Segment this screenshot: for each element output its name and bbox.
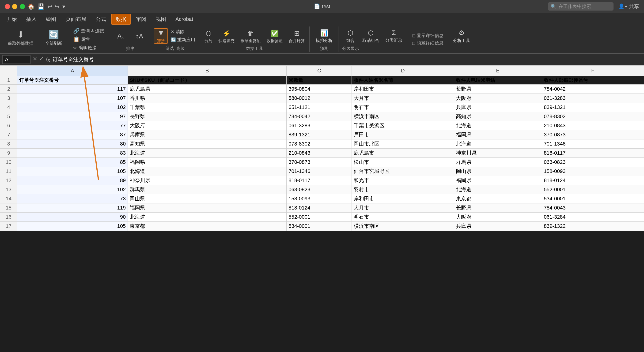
cell-10-C[interactable]: 370-0873 (286, 158, 352, 167)
redo-icon[interactable]: ↪ (55, 3, 60, 10)
cell-2-B[interactable]: 鹿児島県 (128, 85, 286, 94)
share-button[interactable]: 👤+ 共享 (618, 3, 639, 10)
cell-5-B[interactable]: 長野県 (128, 112, 286, 121)
clear-filter-button[interactable]: ✕ 清除 (169, 28, 196, 35)
cell-8-F[interactable]: 701-1346 (542, 139, 644, 149)
cell-4-D[interactable]: 明石市 (352, 103, 454, 112)
cell-10-B[interactable]: 福岡県 (128, 158, 286, 167)
cell-9-B[interactable]: 北海道 (128, 149, 286, 158)
split-column-button[interactable]: ⬡ 分列 (202, 28, 215, 45)
cell-12-D[interactable]: 和光市 (352, 176, 454, 185)
cell-12-A[interactable]: 89 (17, 176, 128, 185)
cell-4-B[interactable]: 千葉県 (128, 103, 286, 112)
cell-15-B[interactable]: 福岡県 (128, 203, 286, 213)
edit-links-button[interactable]: ✏ 编辑链接 (72, 44, 106, 51)
cell-2-C[interactable]: 395-0804 (286, 85, 352, 94)
cell-6-E[interactable]: 北海道 (454, 121, 542, 130)
col-header-b[interactable]: B (128, 66, 286, 76)
cell-9-C[interactable]: 210-0843 (286, 149, 352, 158)
cell-11-C[interactable]: 701-1346 (286, 167, 352, 176)
cell-8-C[interactable]: 078-8302 (286, 139, 352, 149)
cell-12-F[interactable]: 818-0124 (542, 176, 644, 185)
cell-12-E[interactable]: 福岡県 (454, 176, 542, 185)
cell-8-B[interactable]: 高知県 (128, 139, 286, 149)
col-header-f[interactable]: F (542, 66, 644, 76)
tab-formula[interactable]: 公式 (92, 14, 110, 24)
cell-16-E[interactable]: 大阪府 (454, 213, 542, 222)
formula-input[interactable]: 订单号※注文番号 (52, 56, 642, 63)
tab-data[interactable]: 数据 (111, 14, 131, 24)
cell-9-E[interactable]: 神奈川県 (454, 149, 542, 158)
cell-13-A[interactable]: 102 (17, 185, 128, 194)
tab-view[interactable]: 视图 (152, 14, 170, 24)
cell-4-A[interactable]: 102 (17, 103, 128, 112)
cell-12-B[interactable]: 神奈川県 (128, 176, 286, 185)
cell-11-A[interactable]: 105 (17, 167, 128, 176)
tab-start[interactable]: 开始 (2, 14, 21, 24)
save-icon[interactable]: 💾 (38, 3, 44, 10)
cancel-formula-icon[interactable]: ✕ (33, 56, 37, 63)
cell-3-A[interactable]: 107 (17, 94, 128, 103)
cell-5-C[interactable]: 784-0042 (286, 112, 352, 121)
refresh-button[interactable]: 🔄 全部刷新 (43, 27, 64, 48)
cell-13-C[interactable]: 063-0823 (286, 185, 352, 194)
cell-14-B[interactable]: 岡山県 (128, 194, 286, 203)
cell-2-F[interactable]: 784-0042 (542, 85, 644, 94)
cell-6-B[interactable]: 大阪府 (128, 121, 286, 130)
cell-4-C[interactable]: 651-1121 (286, 103, 352, 112)
tab-layout[interactable]: 页面布局 (62, 14, 90, 24)
cell-12-C[interactable]: 818-0117 (286, 176, 352, 185)
col-header-d[interactable]: D (352, 66, 454, 76)
cell-15-C[interactable]: 818-0124 (286, 203, 352, 213)
cell-2-E[interactable]: 长野県 (454, 85, 542, 94)
cell-10-E[interactable]: 群馬県 (454, 158, 542, 167)
search-box[interactable]: 🔍 在工作表中搜索 (548, 2, 614, 10)
cell-17-E[interactable]: 兵庫県 (454, 222, 542, 231)
header-a[interactable]: 订单号※注文番号 (17, 76, 128, 85)
cell-13-F[interactable]: 552-0001 (542, 185, 644, 194)
cell-13-B[interactable]: 群馬県 (128, 185, 286, 194)
cell-2-D[interactable]: 岸和田市 (352, 85, 454, 94)
cell-3-D[interactable]: 大月市 (352, 94, 454, 103)
cell-17-B[interactable]: 東京都 (128, 222, 286, 231)
cell-14-E[interactable]: 東京都 (454, 194, 542, 203)
ungroup-button[interactable]: ⬡ 取消组合 (360, 28, 382, 44)
cell-8-A[interactable]: 80 (17, 139, 128, 149)
cell-9-F[interactable]: 818-0117 (542, 149, 644, 158)
sort-button[interactable]: ↕A (131, 29, 148, 43)
header-d[interactable]: 收件人姓名※名前 (352, 76, 454, 85)
insert-function-icon[interactable]: fx (46, 56, 50, 63)
cell-11-B[interactable]: 北海道 (128, 167, 286, 176)
cell-17-C[interactable]: 534-0001 (286, 222, 352, 231)
group-button[interactable]: ⬡ 组合 (342, 28, 358, 44)
cell-13-D[interactable]: 羽村市 (352, 185, 454, 194)
cell-15-A[interactable]: 119 (17, 203, 128, 213)
cell-17-F[interactable]: 839-1322 (542, 222, 644, 231)
cell-11-E[interactable]: 岡山県 (454, 167, 542, 176)
data-validation-button[interactable]: ✅ 数据验证 (264, 28, 285, 45)
cell-9-A[interactable]: 83 (17, 149, 128, 158)
cell-15-F[interactable]: 784-0043 (542, 203, 644, 213)
cell-6-D[interactable]: 千葉市美浜区 (352, 121, 454, 130)
cell-4-E[interactable]: 兵庫県 (454, 103, 542, 112)
cell-4-F[interactable]: 839-1321 (542, 103, 644, 112)
cell-5-E[interactable]: 高知県 (454, 112, 542, 121)
header-e[interactable]: 收件人电话※电话 (454, 76, 542, 85)
cell-11-F[interactable]: 158-0093 (542, 167, 644, 176)
cell-3-B[interactable]: 香川県 (128, 94, 286, 103)
cell-6-F[interactable]: 210-0843 (542, 121, 644, 130)
cell-7-E[interactable]: 福岡県 (454, 130, 542, 139)
cell-10-A[interactable]: 85 (17, 158, 128, 167)
cell-7-F[interactable]: 370-0873 (542, 130, 644, 139)
cell-14-F[interactable]: 534-0001 (542, 194, 644, 203)
undo-icon[interactable]: ↩ (47, 3, 52, 10)
subtotal-button[interactable]: Σ 分类汇总 (383, 28, 404, 44)
col-header-c[interactable]: C (286, 66, 352, 76)
analyze-button[interactable]: ⚙ 分析工具 (451, 27, 472, 45)
cell-7-A[interactable]: 87 (17, 130, 128, 139)
show-detail-button[interactable]: ◻ 显示详细信息 (412, 32, 444, 39)
cell-7-D[interactable]: 戸田市 (352, 130, 454, 139)
cell-13-E[interactable]: 北海道 (454, 185, 542, 194)
col-header-e[interactable]: E (454, 66, 542, 76)
tab-acrobat[interactable]: Acrobat (171, 15, 198, 24)
